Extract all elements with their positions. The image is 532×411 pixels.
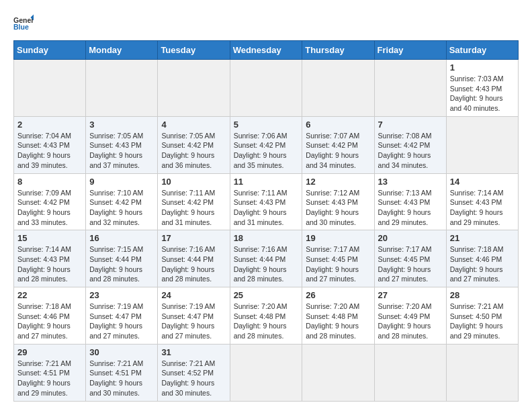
day-cell: 16 Sunrise: 7:15 AMSunset: 4:44 PMDaylig… [86, 230, 158, 287]
day-number: 31 [161, 347, 226, 357]
day-number: 21 [450, 233, 515, 243]
day-number: 4 [161, 120, 226, 130]
column-header-friday: Friday [374, 41, 446, 60]
day-number: 5 [234, 120, 299, 130]
column-header-wednesday: Wednesday [230, 41, 302, 60]
day-info: Sunrise: 7:20 AMSunset: 4:48 PMDaylight:… [306, 302, 359, 340]
day-info: Sunrise: 7:12 AMSunset: 4:43 PMDaylight:… [306, 189, 359, 226]
week-row-4: 15 Sunrise: 7:14 AMSunset: 4:43 PMDaylig… [14, 230, 519, 287]
day-cell: 2 Sunrise: 7:04 AMSunset: 4:43 PMDayligh… [14, 116, 86, 173]
day-cell: 11 Sunrise: 7:11 AMSunset: 4:43 PMDaylig… [230, 173, 302, 230]
day-number: 2 [17, 120, 82, 130]
day-cell: 1 Sunrise: 7:03 AMSunset: 4:43 PMDayligh… [446, 60, 518, 117]
day-cell: 28 Sunrise: 7:21 AMSunset: 4:50 PMDaylig… [446, 287, 518, 345]
day-cell [86, 60, 158, 117]
day-info: Sunrise: 7:21 AMSunset: 4:52 PMDaylight:… [161, 359, 215, 397]
day-info: Sunrise: 7:07 AMSunset: 4:42 PMDaylight:… [306, 132, 359, 169]
day-number: 24 [161, 290, 226, 300]
day-cell: 25 Sunrise: 7:20 AMSunset: 4:48 PMDaylig… [230, 287, 302, 345]
day-info: Sunrise: 7:18 AMSunset: 4:46 PMDaylight:… [450, 245, 504, 283]
day-number: 14 [450, 177, 515, 187]
day-cell: 12 Sunrise: 7:12 AMSunset: 4:43 PMDaylig… [302, 173, 374, 230]
day-info: Sunrise: 7:16 AMSunset: 4:44 PMDaylight:… [234, 245, 287, 283]
day-info: Sunrise: 7:16 AMSunset: 4:44 PMDaylight:… [161, 245, 215, 283]
day-number: 26 [306, 290, 370, 300]
logo-icon: General Blue [13, 13, 34, 34]
day-number: 15 [17, 233, 82, 243]
column-header-thursday: Thursday [302, 41, 374, 60]
svg-text:Blue: Blue [13, 23, 29, 31]
day-cell: 10 Sunrise: 7:11 AMSunset: 4:42 PMDaylig… [158, 173, 230, 230]
day-info: Sunrise: 7:21 AMSunset: 4:51 PMDaylight:… [89, 359, 143, 397]
day-cell [302, 344, 374, 401]
day-cell: 6 Sunrise: 7:07 AMSunset: 4:42 PMDayligh… [302, 116, 374, 173]
day-cell: 13 Sunrise: 7:13 AMSunset: 4:43 PMDaylig… [374, 173, 446, 230]
column-header-monday: Monday [86, 41, 158, 60]
day-info: Sunrise: 7:14 AMSunset: 4:43 PMDaylight:… [17, 245, 71, 283]
day-number: 28 [450, 290, 515, 300]
day-cell: 24 Sunrise: 7:19 AMSunset: 4:47 PMDaylig… [158, 287, 230, 345]
day-cell: 3 Sunrise: 7:05 AMSunset: 4:43 PMDayligh… [86, 116, 158, 173]
day-number: 22 [17, 290, 82, 300]
day-info: Sunrise: 7:04 AMSunset: 4:43 PMDaylight:… [17, 132, 71, 169]
day-number: 7 [378, 120, 443, 130]
day-cell: 15 Sunrise: 7:14 AMSunset: 4:43 PMDaylig… [14, 230, 86, 287]
day-cell: 20 Sunrise: 7:17 AMSunset: 4:45 PMDaylig… [374, 230, 446, 287]
day-info: Sunrise: 7:17 AMSunset: 4:45 PMDaylight:… [378, 245, 432, 283]
header-row: SundayMondayTuesdayWednesdayThursdayFrid… [14, 41, 519, 60]
day-cell [158, 60, 230, 117]
day-cell [302, 60, 374, 117]
day-cell [446, 344, 518, 401]
day-number: 18 [234, 233, 299, 243]
day-number: 25 [234, 290, 299, 300]
day-info: Sunrise: 7:19 AMSunset: 4:47 PMDaylight:… [161, 302, 215, 340]
day-number: 29 [17, 347, 82, 357]
day-info: Sunrise: 7:10 AMSunset: 4:42 PMDaylight:… [89, 189, 143, 226]
day-cell: 23 Sunrise: 7:19 AMSunset: 4:47 PMDaylig… [86, 287, 158, 345]
day-cell [374, 344, 446, 401]
day-number: 20 [378, 233, 443, 243]
day-info: Sunrise: 7:05 AMSunset: 4:42 PMDaylight:… [161, 132, 215, 169]
logo: General Blue [13, 13, 34, 34]
week-row-1: 1 Sunrise: 7:03 AMSunset: 4:43 PMDayligh… [14, 60, 519, 117]
day-cell: 9 Sunrise: 7:10 AMSunset: 4:42 PMDayligh… [86, 173, 158, 230]
day-info: Sunrise: 7:21 AMSunset: 4:51 PMDaylight:… [17, 359, 71, 397]
day-cell: 31 Sunrise: 7:21 AMSunset: 4:52 PMDaylig… [158, 344, 230, 401]
day-info: Sunrise: 7:19 AMSunset: 4:47 PMDaylight:… [89, 302, 143, 340]
day-cell: 17 Sunrise: 7:16 AMSunset: 4:44 PMDaylig… [158, 230, 230, 287]
day-number: 13 [378, 177, 443, 187]
week-row-2: 2 Sunrise: 7:04 AMSunset: 4:43 PMDayligh… [14, 116, 519, 173]
day-number: 27 [378, 290, 443, 300]
day-number: 17 [161, 233, 226, 243]
day-number: 12 [306, 177, 370, 187]
day-cell: 4 Sunrise: 7:05 AMSunset: 4:42 PMDayligh… [158, 116, 230, 173]
day-cell: 26 Sunrise: 7:20 AMSunset: 4:48 PMDaylig… [302, 287, 374, 345]
day-cell: 19 Sunrise: 7:17 AMSunset: 4:45 PMDaylig… [302, 230, 374, 287]
day-info: Sunrise: 7:05 AMSunset: 4:43 PMDaylight:… [89, 132, 143, 169]
day-number: 23 [89, 290, 154, 300]
day-cell: 8 Sunrise: 7:09 AMSunset: 4:42 PMDayligh… [14, 173, 86, 230]
day-info: Sunrise: 7:21 AMSunset: 4:50 PMDaylight:… [450, 302, 504, 340]
day-cell: 7 Sunrise: 7:08 AMSunset: 4:42 PMDayligh… [374, 116, 446, 173]
day-number: 19 [306, 233, 370, 243]
day-number: 6 [306, 120, 370, 130]
day-info: Sunrise: 7:15 AMSunset: 4:44 PMDaylight:… [89, 245, 143, 283]
day-cell [14, 60, 86, 117]
day-info: Sunrise: 7:20 AMSunset: 4:48 PMDaylight:… [234, 302, 287, 340]
day-cell: 22 Sunrise: 7:18 AMSunset: 4:46 PMDaylig… [14, 287, 86, 345]
calendar-table: SundayMondayTuesdayWednesdayThursdayFrid… [13, 40, 519, 402]
day-info: Sunrise: 7:11 AMSunset: 4:42 PMDaylight:… [161, 189, 215, 226]
day-info: Sunrise: 7:13 AMSunset: 4:43 PMDaylight:… [378, 189, 432, 226]
page-header: General Blue [13, 13, 519, 34]
week-row-5: 22 Sunrise: 7:18 AMSunset: 4:46 PMDaylig… [14, 287, 519, 345]
day-number: 8 [17, 177, 82, 187]
day-number: 16 [89, 233, 154, 243]
day-number: 1 [450, 62, 515, 73]
day-cell [446, 116, 518, 173]
day-cell: 21 Sunrise: 7:18 AMSunset: 4:46 PMDaylig… [446, 230, 518, 287]
day-info: Sunrise: 7:08 AMSunset: 4:42 PMDaylight:… [378, 132, 432, 169]
day-cell [230, 344, 302, 401]
day-cell: 5 Sunrise: 7:06 AMSunset: 4:42 PMDayligh… [230, 116, 302, 173]
column-header-sunday: Sunday [14, 41, 86, 60]
day-number: 10 [161, 177, 226, 187]
